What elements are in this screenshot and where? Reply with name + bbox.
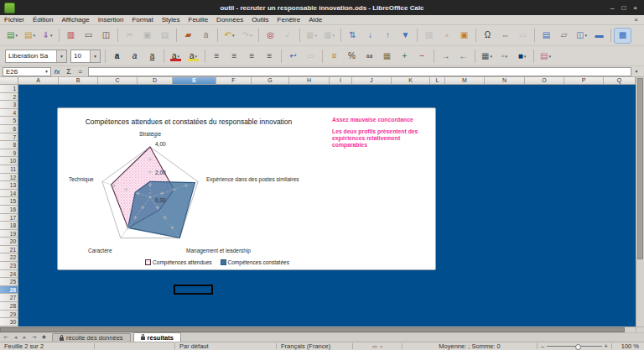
- minimize-button[interactable]: –: [610, 4, 614, 12]
- select-all-corner[interactable]: [0, 77, 18, 85]
- special-character-button[interactable]: Ω: [480, 29, 496, 43]
- row-header-25[interactable]: 25: [0, 278, 18, 286]
- previous-sheet-icon[interactable]: ◂: [11, 333, 20, 342]
- cells-canvas[interactable]: 0,002,004,00StratégieExpérience dans des…: [18, 85, 636, 326]
- row-header-22[interactable]: 22: [0, 253, 18, 262]
- add-decimal-place-button[interactable]: +: [397, 49, 413, 63]
- align-center-button[interactable]: ≡: [226, 49, 242, 63]
- row-header-15[interactable]: 15: [0, 197, 18, 206]
- show-draw-functions-button[interactable]: ▩: [615, 29, 631, 43]
- background-color-dropdown[interactable]: ▾: [524, 54, 527, 59]
- page-style[interactable]: Par défaut: [175, 342, 276, 350]
- row-header-5[interactable]: 5: [0, 117, 18, 125]
- row-header-28[interactable]: 28: [0, 302, 18, 311]
- highlighting-color-dropdown[interactable]: ▾: [195, 54, 198, 59]
- sort-button[interactable]: ⇅: [345, 29, 361, 43]
- currency-format-button[interactable]: ¤: [326, 49, 342, 63]
- underline-button[interactable]: a: [144, 49, 160, 63]
- row-header-6[interactable]: 6: [0, 125, 18, 133]
- menu-item-6[interactable]: Feuille: [184, 16, 213, 24]
- column-header-K[interactable]: K: [392, 77, 430, 85]
- freeze-rows-and-columns-dropdown[interactable]: ▾: [584, 33, 587, 38]
- font-name-combo[interactable]: Liberation Sa ▼: [5, 50, 67, 63]
- sheet-tab-1[interactable]: résultats: [133, 332, 181, 342]
- align-right-button[interactable]: ≡: [244, 49, 260, 63]
- row-header-23[interactable]: 23: [0, 262, 18, 270]
- row-header-3[interactable]: 3: [0, 101, 18, 109]
- menu-item-8[interactable]: Outils: [247, 16, 273, 24]
- horizontal-scrollbar[interactable]: [0, 326, 644, 332]
- selection-statistics[interactable]: Moyenne: ; Somme: 0: [402, 342, 537, 350]
- column-header-I[interactable]: I: [330, 77, 352, 85]
- menu-item-0[interactable]: Fichier: [0, 16, 29, 24]
- chevron-down-icon[interactable]: ▼: [43, 69, 50, 74]
- last-sheet-icon[interactable]: ⇥: [29, 333, 39, 342]
- column-header-D[interactable]: D: [138, 77, 173, 85]
- row-header-14[interactable]: 14: [0, 190, 18, 198]
- row-header-9[interactable]: 9: [0, 149, 18, 158]
- sum-icon[interactable]: Σ: [63, 67, 75, 76]
- menu-item-4[interactable]: Format: [127, 16, 157, 24]
- background-color-button[interactable]: ■▾: [514, 49, 530, 63]
- close-document-button[interactable]: ×: [634, 16, 644, 24]
- find-and-replace-button[interactable]: ◎: [262, 29, 278, 43]
- column-header-J[interactable]: J: [352, 77, 392, 85]
- sheet-tab-0[interactable]: récolte des données: [52, 333, 131, 342]
- row-header-20[interactable]: 20: [0, 238, 18, 246]
- insert-column-dropdown[interactable]: ▾: [332, 33, 335, 38]
- headers-and-footers-button[interactable]: ▤: [538, 29, 554, 43]
- date-format-button[interactable]: ▦: [379, 49, 395, 63]
- undo-dropdown[interactable]: ▾: [232, 33, 235, 38]
- equals-icon[interactable]: =: [75, 67, 86, 76]
- border-style-dropdown[interactable]: ▾: [506, 54, 508, 59]
- first-sheet-icon[interactable]: ⇤: [2, 333, 11, 342]
- row-header-16[interactable]: 16: [0, 206, 18, 214]
- save-button[interactable]: ⇓▾: [39, 29, 55, 43]
- clear-formatting-button[interactable]: a: [198, 29, 214, 43]
- sort-descending-button[interactable]: ↑: [380, 29, 396, 43]
- freeze-rows-and-columns-button[interactable]: ◫▾: [574, 29, 589, 43]
- formula-input-line[interactable]: [88, 67, 631, 76]
- print-button[interactable]: ▭: [80, 29, 96, 43]
- menu-item-5[interactable]: Styles: [158, 16, 184, 24]
- decrease-indent-button[interactable]: ←: [455, 49, 471, 63]
- zoom-slider-thumb[interactable]: [575, 344, 581, 350]
- insert-object-button[interactable]: ▣: [456, 29, 472, 43]
- font-color-button[interactable]: a▾: [168, 49, 184, 63]
- zoom-slider-track[interactable]: [547, 346, 601, 347]
- column-header-G[interactable]: G: [252, 77, 289, 85]
- conditional-formatting-button[interactable]: ▤▾: [538, 49, 553, 63]
- row-header-21[interactable]: 21: [0, 246, 18, 254]
- redo-dropdown[interactable]: ▾: [250, 33, 252, 38]
- row-header-10[interactable]: 10: [0, 157, 18, 165]
- menu-item-10[interactable]: Aide: [304, 16, 326, 24]
- align-left-button[interactable]: ≡: [209, 49, 225, 63]
- row-header-27[interactable]: 27: [0, 294, 18, 302]
- menu-item-3[interactable]: Insertion: [94, 16, 128, 24]
- next-sheet-icon[interactable]: ▸: [20, 333, 29, 342]
- column-header-B[interactable]: B: [59, 77, 98, 85]
- bold-button[interactable]: a: [109, 49, 125, 63]
- open-button[interactable]: ▤▾: [22, 29, 38, 43]
- column-header-N[interactable]: N: [485, 77, 525, 85]
- text-language[interactable]: Français (France): [277, 342, 352, 350]
- borders-button[interactable]: ▦▾: [479, 49, 495, 63]
- increase-indent-button[interactable]: →: [438, 49, 454, 63]
- row-header-13[interactable]: 13: [0, 181, 18, 190]
- font-size-combo[interactable]: 10 ▼: [70, 50, 101, 63]
- row-header-24[interactable]: 24: [0, 270, 18, 279]
- chevron-down-icon[interactable]: ▼: [56, 50, 66, 62]
- vertical-scrollbar-thumb[interactable]: [637, 78, 643, 259]
- row-header-19[interactable]: 19: [0, 230, 18, 238]
- autofilter-button[interactable]: ▼: [397, 29, 413, 43]
- chart-object[interactable]: 0,002,004,00StratégieExpérience dans des…: [57, 107, 436, 270]
- insert-hyperlink-button[interactable]: ⇔: [497, 29, 513, 43]
- insert-row-dropdown[interactable]: ▾: [314, 33, 317, 38]
- vertical-scrollbar[interactable]: [636, 77, 644, 326]
- column-header-O[interactable]: O: [525, 77, 564, 85]
- cell-cursor-E26[interactable]: [174, 285, 213, 295]
- row-header-29[interactable]: 29: [0, 311, 18, 319]
- row-header-4[interactable]: 4: [0, 109, 18, 118]
- zoom-out-icon[interactable]: –: [541, 342, 544, 350]
- close-button[interactable]: ×: [633, 4, 637, 12]
